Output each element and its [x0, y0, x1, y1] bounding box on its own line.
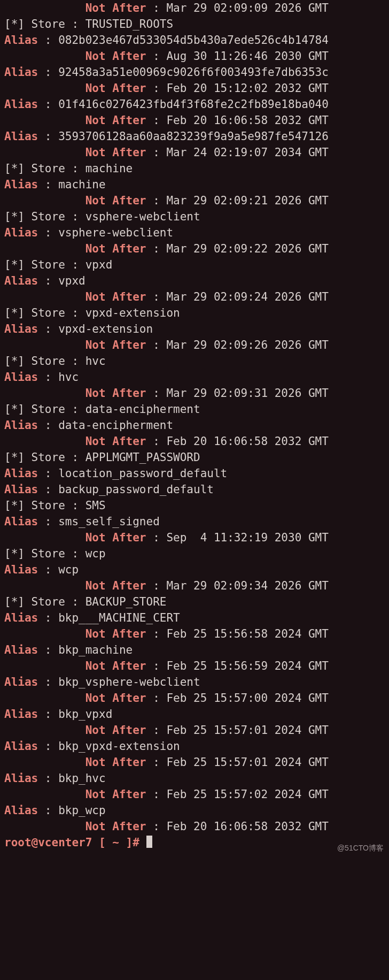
not-after-label: Not After: [85, 692, 153, 705]
watermark: @51CTO博客: [337, 844, 384, 852]
not-after-label: Not After: [85, 660, 153, 672]
prompt-line[interactable]: root@vcenter7 [ ~ ]#: [4, 834, 385, 851]
terminal-line: Not After : Feb 25 15:57:01 2024 GMT: [4, 722, 385, 738]
alias-label: Alias: [4, 772, 38, 785]
terminal-line: Not After : Mar 29 02:09:21 2026 GMT: [4, 193, 385, 209]
not-after-value: : Aug 30 11:26:46 2030 GMT: [153, 50, 329, 63]
terminal-line: Not After : Feb 25 15:57:02 2024 GMT: [4, 786, 385, 802]
terminal-line: Not After : Mar 29 02:09:24 2026 GMT: [4, 289, 385, 305]
indent: [4, 387, 85, 400]
terminal-line: Alias : location_password_default: [4, 465, 385, 481]
not-after-label: Not After: [85, 756, 153, 769]
terminal-line: [*] Store : BACKUP_STORE: [4, 594, 385, 610]
terminal-output[interactable]: Not After : Mar 29 02:09:09 2026 GMT[*] …: [0, 0, 389, 855]
not-after-label: Not After: [85, 724, 153, 737]
prompt-space: [139, 836, 146, 849]
store-line: [*] Store : SMS: [4, 499, 106, 512]
indent: [4, 2, 85, 14]
terminal-line: Not After : Mar 24 02:19:07 2034 GMT: [4, 144, 385, 160]
not-after-label: Not After: [85, 2, 153, 14]
not-after-label: Not After: [85, 339, 153, 351]
alias-value: : bkp_machine: [38, 644, 133, 656]
indent: [4, 194, 85, 207]
alias-value: : bkp_vpxd: [38, 708, 112, 721]
store-line: [*] Store : vpxd: [4, 258, 112, 271]
terminal-line: Not After : Sep 4 11:32:19 2030 GMT: [4, 530, 385, 546]
alias-label: Alias: [4, 708, 38, 721]
alias-value: : vsphere-webclient: [38, 226, 173, 239]
terminal-line: Not After : Mar 29 02:09:26 2026 GMT: [4, 337, 385, 353]
store-line: [*] Store : hvc: [4, 355, 106, 368]
store-line: [*] Store : wcp: [4, 547, 106, 560]
not-after-value: : Feb 20 15:12:02 2032 GMT: [153, 82, 329, 95]
terminal-line: Alias : bkp_machine: [4, 642, 385, 658]
store-line: [*] Store : data-encipherment: [4, 403, 200, 416]
alias-label: Alias: [4, 676, 38, 688]
alias-value: : 92458a3a51e00969c9026f6f003493fe7db635…: [38, 66, 329, 79]
prompt-user: root@vcenter7 [ ~ ]#: [4, 836, 139, 849]
alias-value: : bkp_vpxd-extension: [38, 740, 180, 753]
terminal-line: [*] Store : wcp: [4, 546, 385, 562]
not-after-label: Not After: [85, 290, 153, 303]
alias-label: Alias: [4, 323, 38, 335]
alias-label: Alias: [4, 740, 38, 753]
terminal-line: [*] Store : machine: [4, 160, 385, 177]
terminal-line: Not After : Mar 29 02:09:31 2026 GMT: [4, 385, 385, 401]
terminal-line: Not After : Feb 20 16:06:58 2032 GMT: [4, 433, 385, 449]
alias-label: Alias: [4, 467, 38, 480]
alias-label: Alias: [4, 804, 38, 817]
terminal-line: [*] Store : vsphere-webclient: [4, 209, 385, 225]
terminal-line: Alias : bkp_hvc: [4, 770, 385, 786]
indent: [4, 146, 85, 159]
terminal-line: Alias : 92458a3a51e00969c9026f6f003493fe…: [4, 64, 385, 80]
indent: [4, 82, 85, 95]
alias-label: Alias: [4, 98, 38, 111]
alias-label: Alias: [4, 371, 38, 384]
not-after-label: Not After: [85, 194, 153, 207]
not-after-label: Not After: [85, 114, 153, 127]
not-after-label: Not After: [85, 50, 153, 63]
not-after-label: Not After: [85, 531, 153, 544]
alias-label: Alias: [4, 130, 38, 143]
indent: [4, 627, 85, 640]
alias-value: : bkp_wcp: [38, 804, 105, 817]
alias-label: Alias: [4, 483, 38, 496]
not-after-label: Not After: [85, 242, 153, 255]
not-after-value: : Sep 4 11:32:19 2030 GMT: [153, 531, 329, 544]
store-line: [*] Store : vpxd-extension: [4, 307, 180, 319]
indent: [4, 435, 85, 448]
not-after-value: : Mar 29 02:09:21 2026 GMT: [153, 194, 329, 207]
alias-value: : sms_self_signed: [38, 515, 160, 528]
alias-label: Alias: [4, 66, 38, 79]
not-after-label: Not After: [85, 579, 153, 592]
terminal-line: Alias : 01f416c0276423fbd4f3f68fe2c2fb89…: [4, 96, 385, 112]
indent: [4, 660, 85, 672]
store-line: [*] Store : machine: [4, 162, 133, 175]
not-after-value: : Mar 29 02:09:31 2026 GMT: [153, 387, 329, 400]
terminal-line: Alias : data-encipherment: [4, 417, 385, 433]
terminal-line: Alias : vpxd: [4, 273, 385, 289]
terminal-line: [*] Store : TRUSTED_ROOTS: [4, 16, 385, 32]
alias-label: Alias: [4, 34, 38, 47]
indent: [4, 50, 85, 63]
indent: [4, 788, 85, 801]
indent: [4, 756, 85, 769]
alias-label: Alias: [4, 274, 38, 287]
store-line: [*] Store : vsphere-webclient: [4, 210, 200, 223]
alias-value: : wcp: [38, 563, 79, 576]
alias-value: : 01f416c0276423fbd4f3f68fe2c2fb89e18ba0…: [38, 98, 329, 111]
indent: [4, 339, 85, 351]
indent: [4, 290, 85, 303]
terminal-line: Alias : vpxd-extension: [4, 321, 385, 337]
terminal-line: Not After : Feb 20 16:06:58 2032 GMT: [4, 818, 385, 834]
alias-label: Alias: [4, 611, 38, 624]
not-after-value: : Feb 20 16:06:58 2032 GMT: [153, 820, 329, 833]
alias-value: : location_password_default: [38, 467, 227, 480]
store-line: [*] Store : APPLMGMT_PASSWORD: [4, 451, 200, 464]
terminal-line: Alias : bkp_wcp: [4, 802, 385, 818]
not-after-value: : Mar 29 02:09:24 2026 GMT: [153, 290, 329, 303]
not-after-value: : Mar 24 02:19:07 2034 GMT: [153, 146, 329, 159]
alias-value: : 082b023e467d533054d5b430a7ede526c4b147…: [38, 34, 329, 47]
terminal-line: Alias : bkp_vsphere-webclient: [4, 674, 385, 690]
alias-value: : 3593706128aa60aa823239f9a9a5e987fe5471…: [38, 130, 329, 143]
